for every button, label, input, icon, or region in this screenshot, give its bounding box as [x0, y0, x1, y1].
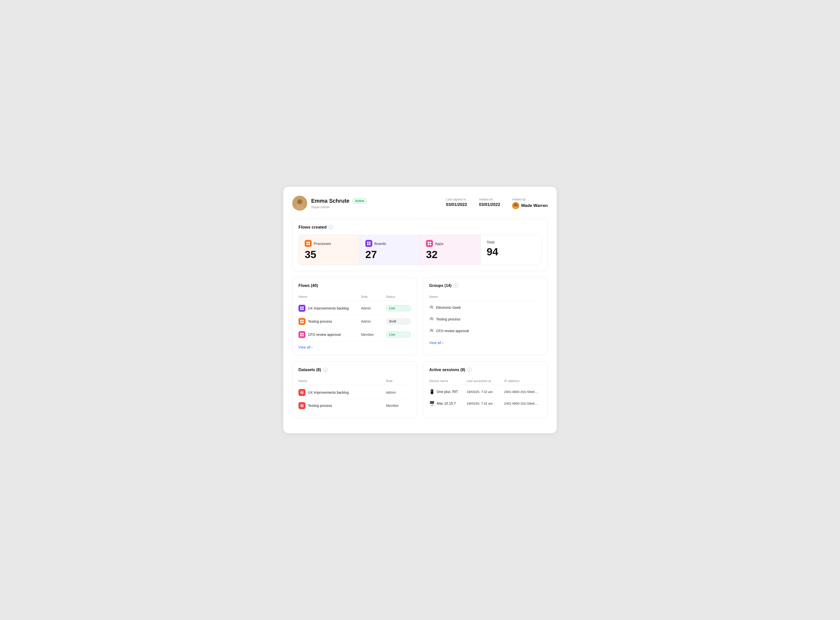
sessions-info-icon[interactable]: i: [467, 368, 472, 372]
flows-col-name: Name: [299, 295, 361, 299]
group-icon: [429, 316, 434, 322]
sessions-col-last-accessed: Last accessed at: [467, 379, 504, 383]
sessions-panel-title: Active sessions (8) i: [429, 368, 541, 372]
stat-processes-label-row: Processes: [305, 240, 353, 247]
svg-rect-16: [428, 244, 429, 245]
svg-rect-13: [369, 244, 371, 245]
svg-rect-19: [302, 307, 304, 308]
chevron-right-icon: ›: [442, 341, 443, 345]
table-row: UX Improvements backlog Admin Live: [299, 302, 411, 315]
svg-rect-28: [300, 335, 302, 336]
svg-rect-20: [300, 308, 302, 310]
sessions-col-ip: IP address: [504, 379, 541, 383]
datasets-panel: Datasets (8) i Name Role UX Improve: [292, 361, 417, 418]
boards-icon: [365, 240, 372, 247]
svg-rect-18: [300, 307, 302, 308]
desktop-icon: 🖥️: [429, 401, 435, 406]
dataset-row-name: UX Improvements backlog: [299, 389, 386, 396]
svg-rect-21: [302, 308, 304, 310]
flows-view-all[interactable]: View all ›: [299, 345, 411, 349]
added-by-avatar: [512, 202, 519, 209]
svg-rect-11: [369, 242, 371, 243]
added-by-name: Wade Warren: [521, 203, 548, 208]
svg-rect-12: [367, 244, 369, 245]
svg-rect-25: [302, 322, 304, 323]
stat-apps-label-row: Apps: [426, 240, 474, 247]
sessions-table-header: Device name Last accessed at IP address: [429, 377, 541, 385]
dataset-icon: [299, 389, 305, 396]
avatar-image: [292, 196, 307, 211]
table-row: 🖥️ Mac 10.15.7 19/03/20, 7:32 am 2401:49…: [429, 398, 541, 409]
chevron-right-icon: ›: [311, 345, 313, 349]
stat-apps: Apps 32: [420, 235, 481, 265]
process-icon: [299, 318, 305, 325]
added-by-value-row: Wade Warren: [512, 202, 548, 209]
svg-point-4: [514, 204, 517, 206]
groups-panel: Groups (14) i Name Electronic Geek: [423, 277, 548, 355]
apps-value: 32: [426, 250, 474, 260]
profile-role: Super Admin: [311, 205, 367, 209]
added-on-label: Added on: [479, 197, 500, 201]
table-row: 📱 One plus 7RT 19/03/20, 7:32 am 2401:49…: [429, 386, 541, 398]
flows-created-section: Flows created i: [292, 218, 548, 271]
datasets-col-name: Name: [299, 379, 386, 383]
device-cell: 🖥️ Mac 10.15.7: [429, 401, 467, 406]
svg-rect-29: [302, 335, 304, 336]
flows-created-title: Flows created i: [299, 225, 541, 230]
mobile-icon: 📱: [429, 389, 435, 394]
stats-grid: Processes 35 Boards 27: [299, 235, 541, 265]
flows-col-status: Status: [386, 295, 411, 299]
flows-table-header: Name Role Status: [299, 293, 411, 301]
svg-rect-26: [300, 333, 302, 334]
flows-groups-row: Flows (40) Name Role Status: [292, 277, 548, 355]
stat-total-label-row: Total: [487, 240, 535, 244]
status-badge: Active: [352, 198, 367, 204]
svg-rect-9: [308, 244, 310, 245]
group-icon: [429, 305, 434, 310]
svg-point-36: [301, 391, 303, 393]
groups-info-icon[interactable]: i: [454, 283, 458, 288]
datasets-col-role: Role: [386, 379, 411, 383]
groups-view-all[interactable]: View all ›: [429, 341, 541, 345]
svg-rect-6: [306, 242, 308, 243]
datasets-info-icon[interactable]: i: [323, 368, 327, 372]
flows-col-role: Role: [361, 295, 386, 299]
sessions-panel: Active sessions (8) i Device name Last a…: [423, 361, 548, 418]
profile-header: Emma Schrute Active Super Admin Last sig…: [292, 196, 548, 211]
svg-rect-22: [300, 320, 302, 321]
dataset-icon: [299, 402, 305, 409]
stat-boards: Boards 27: [359, 235, 420, 265]
table-row: CFO review approval Member Live: [299, 328, 411, 341]
group-icon: [429, 328, 434, 334]
added-by-label: Added by: [512, 197, 548, 201]
device-cell: 📱 One plus 7RT: [429, 389, 467, 394]
profile-name-area: Emma Schrute Active Super Admin: [311, 198, 367, 209]
list-item: Electronic Geek: [429, 302, 541, 313]
stat-processes: Processes 35: [299, 235, 359, 265]
flow-row-name: Testing process: [299, 318, 361, 325]
svg-rect-17: [430, 244, 431, 245]
svg-rect-7: [308, 242, 310, 243]
profile-left: Emma Schrute Active Super Admin: [292, 196, 367, 211]
added-on: Added on 03/01/2022: [479, 197, 500, 209]
list-item: Testing process: [429, 313, 541, 325]
datasets-sessions-row: Datasets (8) i Name Role UX Improve: [292, 361, 548, 418]
svg-rect-23: [302, 320, 304, 321]
total-value: 94: [487, 247, 535, 257]
added-by: Added by Wade Warren: [512, 197, 548, 209]
stat-total: Total 94: [481, 235, 541, 265]
table-row: Testing process Member: [299, 399, 411, 412]
main-card: Emma Schrute Active Super Admin Last sig…: [283, 187, 557, 433]
profile-name: Emma Schrute: [311, 198, 350, 204]
last-signed-in-value: 03/01/2022: [446, 202, 467, 207]
flow-row-name: CFO review approval: [299, 331, 361, 338]
board-icon: [299, 305, 305, 312]
boards-value: 27: [365, 250, 414, 260]
apps-icon: [426, 240, 433, 247]
avatar: [292, 196, 307, 211]
svg-rect-24: [300, 322, 302, 323]
flows-created-info-icon[interactable]: i: [329, 225, 333, 230]
flows-panel: Flows (40) Name Role Status: [292, 277, 417, 355]
svg-rect-15: [430, 242, 431, 243]
profile-name-row: Emma Schrute Active: [311, 198, 367, 204]
